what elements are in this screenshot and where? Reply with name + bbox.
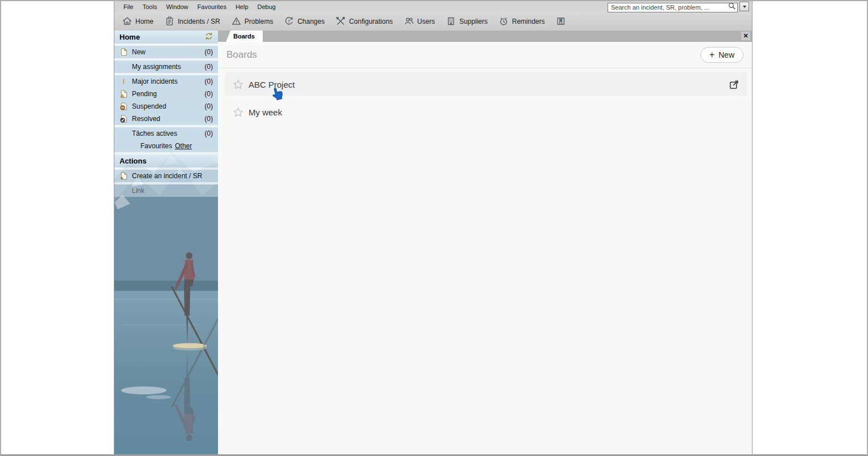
crossed-tools-icon [336,16,345,26]
toolbar-changes-button[interactable]: Changes [279,14,330,29]
building-icon [446,16,456,26]
sidebar-home-header: Home [114,31,218,44]
chevron-down-icon [743,6,746,8]
tab-bar: Boards ✕ [218,31,752,42]
toolbar-reminders-button[interactable]: Reminders [493,14,550,29]
warning-triangle-icon [232,16,241,26]
menu-tools[interactable]: Tools [138,2,162,11]
refresh-icon[interactable] [205,32,213,42]
new-board-button-label: New [719,50,734,59]
sidebar-item-my-assignments[interactable]: My assignments (0) [114,61,218,73]
page-title: Boards [226,49,257,61]
favourites-other-link[interactable]: Other [175,142,192,150]
board-row-my-week[interactable]: My week [225,100,747,124]
sidebar-favourites-row: Favourites Other [114,140,218,152]
sidebar-item-label: Link [132,187,144,195]
item-count: (0) [204,48,213,56]
item-count: (0) [204,115,213,123]
star-icon[interactable] [233,79,243,90]
item-count: (0) [204,90,213,98]
sidebar-item-label: New [132,48,146,56]
board-row-abc-project[interactable]: ABC Project [225,72,747,96]
plus-icon: + [709,50,715,59]
star-icon[interactable] [233,107,243,118]
tab-boards-label: Boards [233,33,255,40]
add-page-icon [119,172,128,180]
menu-file[interactable]: File [119,2,138,11]
sidebar-item-label: Suspended [132,102,166,110]
close-tab-button[interactable]: ✕ [741,32,750,40]
main-pane: Boards ✕ Boards + New [218,31,752,454]
sidebar-actions-header: Actions [114,154,218,167]
toolbar-incidents-label: Incidents / SR [178,18,220,25]
home-icon [122,16,132,26]
item-count: (0) [204,78,213,85]
toolbar-home-label: Home [135,18,153,25]
close-icon: ✕ [743,32,748,40]
suspended-page-icon [119,102,128,111]
menu-debug[interactable]: Debug [253,2,280,11]
item-count: (0) [204,102,213,110]
open-in-new-window-icon[interactable] [729,79,739,90]
item-count: (0) [204,130,213,137]
toolbar-incidents-button[interactable]: Incidents / SR [159,14,226,29]
menu-help[interactable]: Help [231,2,253,11]
refresh-alert-icon [284,16,294,26]
new-board-button[interactable]: + New [700,47,743,63]
tab-boards[interactable]: Boards [226,31,263,42]
search-icon[interactable] [728,2,736,12]
menu-favourites[interactable]: Favourites [193,2,231,11]
sidebar-action-link[interactable]: Link [114,184,218,197]
boards-header: Boards + New [218,42,752,68]
sidebar-item-major-incidents[interactable]: ! Major incidents (0) [114,75,218,88]
sidebar-actions-title: Actions [119,157,147,165]
sidebar-action-create-incident[interactable]: Create an incident / SR [114,170,218,182]
global-search [608,2,749,11]
toolbar-changes-label: Changes [297,18,324,25]
board-list: ABC Project My week [218,68,752,124]
toolbar-suppliers-button[interactable]: Suppliers [441,14,493,29]
clipboard-icon [165,16,174,26]
search-scope-dropdown[interactable] [739,2,749,11]
toolbar-suppliers-label: Suppliers [459,18,488,25]
sidebar-item-resolved[interactable]: Resolved (0) [114,113,218,125]
main-toolbar: Home Incidents / SR Problems Changes Con… [114,12,752,31]
sidebar-item-label: Pending [132,90,157,98]
toolbar-problems-button[interactable]: Problems [226,14,279,29]
kanban-board-icon [556,16,566,26]
toolbar-boards-button[interactable] [550,14,575,29]
sidebar-item-taches-actives[interactable]: Tâches actives (0) [114,127,218,140]
menu-bar: File Tools Window Favourites Help Debug [114,1,752,12]
toolbar-home-button[interactable]: Home [117,14,159,29]
board-name: My week [249,107,282,117]
sidebar-item-label: Resolved [132,115,160,123]
new-page-icon [119,48,128,57]
board-name: ABC Project [249,80,295,89]
sidebar-home-title: Home [119,33,140,41]
alarm-clock-icon [499,16,508,26]
sidebar-item-new[interactable]: New (0) [114,46,218,58]
users-icon [404,16,414,26]
boards-content: Boards + New ABC Project [218,42,752,454]
toolbar-users-button[interactable]: Users [399,14,441,29]
item-count: (0) [204,63,213,71]
pending-page-icon [119,90,128,98]
sidebar-item-label: Create an incident / SR [132,172,202,180]
toolbar-reminders-label: Reminders [512,18,545,25]
toolbar-users-label: Users [417,18,435,25]
sidebar-item-label: Tâches actives [132,130,177,137]
sidebar: Home New (0) My assign [114,31,218,454]
toolbar-configurations-label: Configurations [349,18,392,25]
app-window: File Tools Window Favourites Help Debug … [114,1,752,454]
sidebar-item-label: My assignments [132,63,181,71]
exclamation-icon: ! [119,78,128,86]
sidebar-item-suspended[interactable]: Suspended (0) [114,100,218,113]
favourites-label: Favourites [140,142,172,150]
sidebar-item-pending[interactable]: Pending (0) [114,88,218,100]
sidebar-item-label: Major incidents [132,78,178,85]
menu-window[interactable]: Window [161,2,193,11]
resolved-page-icon [119,115,128,123]
search-input[interactable] [608,3,738,12]
toolbar-configurations-button[interactable]: Configurations [330,14,398,29]
toolbar-problems-label: Problems [245,18,273,25]
